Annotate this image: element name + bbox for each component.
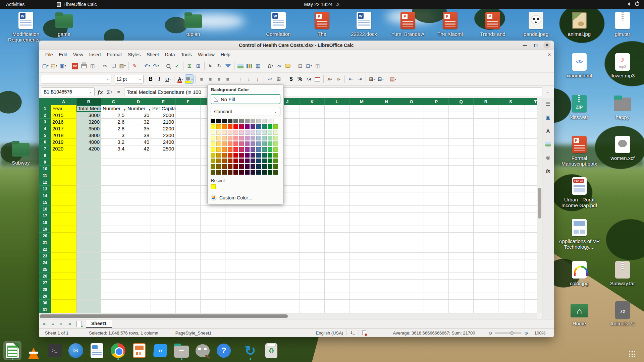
cell-N25[interactable] <box>374 266 399 273</box>
cell-C28[interactable] <box>101 286 126 293</box>
cell-G29[interactable] <box>201 293 225 300</box>
cell-B3[interactable]: 3200 <box>76 119 101 125</box>
cell-N12[interactable] <box>374 179 399 186</box>
cell-H17[interactable] <box>225 213 250 219</box>
cell-P3[interactable] <box>424 119 449 125</box>
cell-D15[interactable] <box>126 199 151 206</box>
cell-P7[interactable] <box>424 145 449 152</box>
cell-O24[interactable] <box>399 259 424 266</box>
color-swatch-660066[interactable] <box>245 153 250 158</box>
cell-O5[interactable] <box>399 132 424 139</box>
cell-N17[interactable] <box>374 213 399 219</box>
cell-F20[interactable] <box>176 233 201 239</box>
cell-T11[interactable] <box>523 172 537 179</box>
cell-P26[interactable] <box>424 273 449 280</box>
horizontal-scrollbar-thumb[interactable] <box>40 314 288 318</box>
cell-R31[interactable] <box>474 306 498 313</box>
cell-I27[interactable] <box>250 280 275 286</box>
cell-D24[interactable] <box>126 259 151 266</box>
cell-G22[interactable] <box>201 246 225 253</box>
cell-E18[interactable] <box>151 219 176 226</box>
cell-D4[interactable]: 35 <box>126 125 151 132</box>
color-swatch-224d7a[interactable] <box>256 153 261 158</box>
cell-O11[interactable] <box>399 172 424 179</box>
color-swatch-cccc00[interactable] <box>211 153 215 158</box>
cell-S5[interactable] <box>498 132 523 139</box>
zoom-percent[interactable]: 100% <box>531 330 545 336</box>
color-swatch-ff4000[interactable] <box>228 124 232 129</box>
horizontal-scrollbar[interactable] <box>39 313 537 319</box>
cell-R9[interactable] <box>474 159 498 166</box>
cell-Q14[interactable] <box>449 192 474 199</box>
color-swatch-ffe6cc[interactable] <box>222 130 227 135</box>
color-swatch-ddd6e8[interactable] <box>251 130 255 135</box>
cell-Q15[interactable] <box>449 199 474 206</box>
color-swatch-cc9900[interactable] <box>216 153 221 158</box>
cell-A15[interactable] <box>51 199 76 206</box>
cell-S7[interactable] <box>498 145 523 152</box>
cell-T31[interactable] <box>523 306 537 313</box>
cell-S28[interactable] <box>498 286 523 293</box>
desktop-icon-correlation[interactable]: Correlation <box>258 11 299 37</box>
cell-F13[interactable] <box>176 186 201 192</box>
decrease-indent-icon[interactable]: ⇤ <box>347 75 355 83</box>
cell-I17[interactable] <box>250 213 275 219</box>
row-header-10[interactable]: 10 <box>39 166 51 172</box>
cell-P19[interactable] <box>424 226 449 233</box>
align-bottom-icon[interactable]: ↓ <box>254 75 262 83</box>
cell-I25[interactable] <box>250 266 275 273</box>
cell-J30[interactable] <box>275 300 300 306</box>
cell-E6[interactable]: 2400 <box>151 139 176 145</box>
color-swatch-591600[interactable] <box>228 170 232 175</box>
color-swatch-ffd966[interactable] <box>216 141 221 146</box>
cell-F14[interactable] <box>176 192 201 199</box>
cell-H30[interactable] <box>225 300 250 306</box>
cell-C9[interactable] <box>101 159 126 166</box>
color-swatch-800000[interactable] <box>233 164 238 169</box>
cell-S22[interactable] <box>498 246 523 253</box>
cell-J22[interactable] <box>275 246 300 253</box>
cell-E30[interactable] <box>151 300 176 306</box>
cell-B28[interactable] <box>76 286 101 293</box>
cell-M15[interactable] <box>350 199 374 206</box>
cell-D3[interactable]: 32 <box>126 119 151 125</box>
cell-J23[interactable] <box>275 253 300 259</box>
color-swatch-1b3e63[interactable] <box>256 159 261 163</box>
pivot-table-icon[interactable]: ▦ <box>254 62 262 70</box>
cell-D9[interactable] <box>126 159 151 166</box>
align-top-icon[interactable]: ↑ <box>236 75 244 83</box>
cell-N4[interactable] <box>374 125 399 132</box>
cell-P23[interactable] <box>424 253 449 259</box>
cell-Q6[interactable] <box>449 139 474 145</box>
cell-K9[interactable] <box>300 159 325 166</box>
cell-M12[interactable] <box>350 179 374 186</box>
cell-E25[interactable] <box>151 266 176 273</box>
cell-E2[interactable]: 2000 <box>151 112 176 119</box>
cell-D14[interactable] <box>126 192 151 199</box>
cell-C17[interactable] <box>101 213 126 219</box>
cell-T8[interactable] <box>523 152 537 159</box>
cell-A5[interactable]: 2018 <box>51 132 76 139</box>
cell-E11[interactable] <box>151 172 176 179</box>
row-header-14[interactable]: 14 <box>39 192 51 199</box>
color-swatch-ffcccc[interactable] <box>233 130 238 135</box>
cell-N28[interactable] <box>374 286 399 293</box>
cell-E4[interactable]: 2200 <box>151 125 176 132</box>
color-swatch-ff3333[interactable] <box>233 147 238 152</box>
cell-C22[interactable] <box>101 246 126 253</box>
cell-O30[interactable] <box>399 300 424 306</box>
color-swatch-cceed6[interactable] <box>268 130 272 135</box>
cell-R22[interactable] <box>474 246 498 253</box>
cell-L1[interactable] <box>325 105 350 112</box>
cell-D25[interactable] <box>126 266 151 273</box>
cell-A28[interactable] <box>51 286 76 293</box>
cell-K8[interactable] <box>300 152 325 159</box>
color-swatch-73b5a3[interactable] <box>262 141 267 146</box>
system-status-area[interactable] <box>628 2 639 6</box>
cell-F4[interactable] <box>176 125 201 132</box>
cell-N6[interactable] <box>374 139 399 145</box>
color-swatch-006e21[interactable] <box>268 159 272 163</box>
desktop-icon-the-xiaomi[interactable]: The Xiaomi <box>429 11 471 37</box>
cell-M21[interactable] <box>350 239 374 246</box>
cell-S8[interactable] <box>498 152 523 159</box>
